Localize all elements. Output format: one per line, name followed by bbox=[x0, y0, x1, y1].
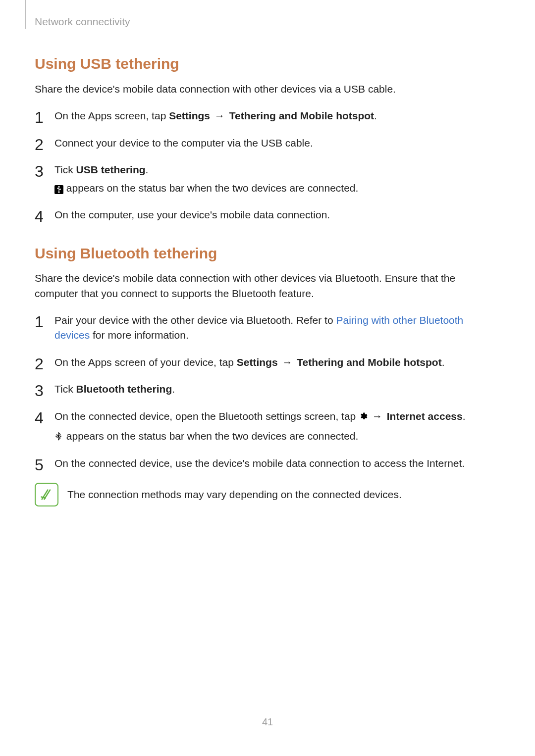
steps-bt: Pair your device with the other device v… bbox=[35, 313, 500, 471]
text: Pair your device with the other device v… bbox=[54, 314, 336, 326]
text: On the connected device, use the device'… bbox=[54, 457, 465, 469]
period: . bbox=[463, 410, 466, 422]
arrow-icon: → bbox=[280, 356, 294, 368]
note-box: The connection methods may vary dependin… bbox=[35, 483, 500, 506]
bluetooth-tether-icon bbox=[54, 430, 63, 439]
usb-step-1: On the Apps screen, tap Settings → Tethe… bbox=[35, 108, 500, 123]
period: . bbox=[442, 356, 445, 368]
page-number: 41 bbox=[0, 715, 535, 729]
text: Connect your device to the computer via … bbox=[54, 137, 313, 149]
period: . bbox=[172, 383, 175, 395]
text: appears on the status bar when the two d… bbox=[63, 430, 358, 442]
text: for more information. bbox=[90, 329, 189, 341]
text: On the Apps screen, tap bbox=[54, 110, 169, 121]
section-bt-tethering: Using Bluetooth tethering Share the devi… bbox=[35, 243, 500, 506]
note-text: The connection methods may vary dependin… bbox=[67, 487, 402, 502]
section-usb-tethering: Using USB tethering Share the device's m… bbox=[35, 53, 500, 222]
bold-bt-tethering: Bluetooth tethering bbox=[76, 383, 172, 395]
period: . bbox=[374, 110, 377, 121]
usb-step-4: On the computer, use your device's mobil… bbox=[35, 207, 500, 222]
bt-step-3: Tick Bluetooth tethering. bbox=[35, 382, 500, 397]
heading-bt: Using Bluetooth tethering bbox=[35, 243, 500, 264]
header-tab-rule bbox=[25, 0, 26, 29]
svg-point-2 bbox=[58, 191, 59, 193]
page: Network connectivity Using USB tethering… bbox=[0, 0, 535, 756]
note-icon bbox=[35, 483, 58, 506]
svg-point-3 bbox=[56, 436, 56, 436]
text: Tick bbox=[54, 383, 76, 395]
bold-settings: Settings bbox=[237, 356, 278, 368]
steps-usb: On the Apps screen, tap Settings → Tethe… bbox=[35, 108, 500, 222]
text: Tick bbox=[54, 164, 76, 175]
bold-tethering: Tethering and Mobile hotspot bbox=[297, 356, 441, 368]
bold-usb-tethering: USB tethering bbox=[76, 164, 146, 175]
bt-step-2: On the Apps screen of your device, tap S… bbox=[35, 355, 500, 370]
bold-settings: Settings bbox=[169, 110, 210, 121]
svg-point-4 bbox=[60, 436, 61, 436]
usb-step-3-sub: appears on the status bar when the two d… bbox=[54, 181, 500, 196]
text: On the connected device, open the Blueto… bbox=[54, 410, 359, 422]
bt-step-4-sub: appears on the status bar when the two d… bbox=[54, 429, 500, 444]
svg-rect-1 bbox=[60, 189, 61, 190]
bt-step-5: On the connected device, use the device'… bbox=[35, 456, 500, 471]
gear-icon bbox=[359, 410, 368, 419]
text: On the computer, use your device's mobil… bbox=[54, 209, 330, 220]
period: . bbox=[146, 164, 149, 175]
arrow-icon: → bbox=[371, 410, 384, 422]
arrow-icon: → bbox=[213, 110, 226, 121]
usb-step-2: Connect your device to the computer via … bbox=[35, 136, 500, 151]
text: On the Apps screen of your device, tap bbox=[54, 356, 237, 368]
svg-point-0 bbox=[57, 188, 58, 189]
bt-step-4: On the connected device, open the Blueto… bbox=[35, 409, 500, 444]
intro-bt: Share the device's mobile data connectio… bbox=[35, 271, 500, 301]
bold-internet-access: Internet access bbox=[387, 410, 463, 422]
usb-tether-icon bbox=[54, 185, 63, 194]
intro-usb: Share the device's mobile data connectio… bbox=[35, 82, 500, 97]
usb-step-3: Tick USB tethering. appears on the statu… bbox=[35, 162, 500, 196]
text: appears on the status bar when the two d… bbox=[63, 182, 358, 194]
bt-step-1: Pair your device with the other device v… bbox=[35, 313, 500, 343]
bold-tethering: Tethering and Mobile hotspot bbox=[229, 110, 374, 121]
breadcrumb: Network connectivity bbox=[35, 14, 500, 29]
heading-usb: Using USB tethering bbox=[35, 53, 500, 75]
